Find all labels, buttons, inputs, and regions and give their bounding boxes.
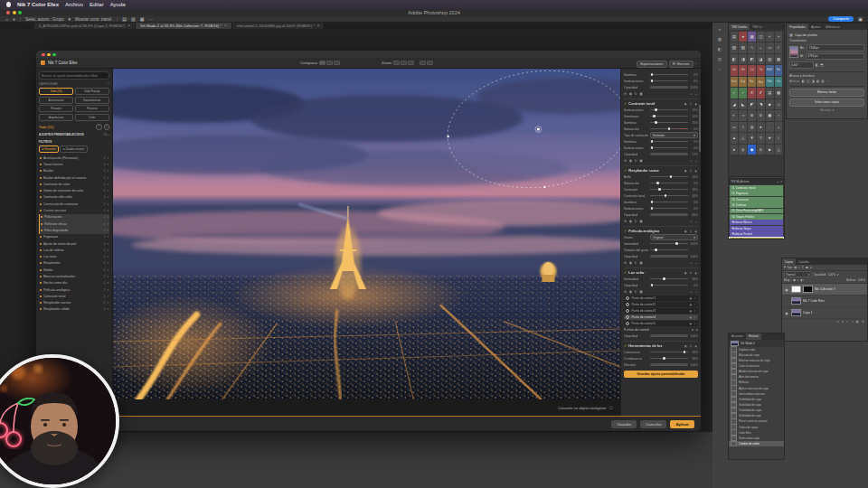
check-icon[interactable]: ✓ [693, 322, 696, 325]
swatches-panel-icon[interactable]: ◧ [718, 47, 722, 52]
slider-track[interactable] [650, 74, 688, 76]
layer-row[interactable]: ◉Capa 1 [782, 307, 867, 319]
tk8-tool-button[interactable]: ◥ [757, 99, 765, 110]
tk8-tool-button[interactable]: + [775, 122, 783, 133]
tk8-tool-button[interactable]: Web [766, 77, 774, 88]
opacity-track[interactable] [650, 213, 688, 216]
chevron-down-icon[interactable]: ▾ [107, 288, 108, 292]
zoom-buttons[interactable] [393, 61, 414, 66]
layer-mask-thumbnail[interactable] [803, 286, 813, 293]
check-icon[interactable]: ✓ [693, 296, 696, 300]
slider-knob[interactable] [651, 140, 654, 143]
slider-knob[interactable] [658, 188, 661, 191]
home-icon[interactable]: ⌂ [5, 16, 8, 22]
section-icons[interactable]: ▣ ↻ ◉ [684, 344, 698, 348]
autoselect-dropdown[interactable]: Selec. autom.: Grupo [25, 17, 64, 22]
align-middle-icon[interactable]: ▥ [821, 80, 824, 83]
compare-split-button[interactable] [319, 61, 326, 66]
tk8-tool-button[interactable]: ✗ [757, 88, 765, 99]
actions-tab[interactable]: TK8 My Actions [731, 180, 750, 183]
chevron-down-icon[interactable]: ▾ [107, 275, 108, 278]
tk8-tool-button[interactable]: ▤ [766, 88, 774, 99]
zoom-fit-button[interactable] [393, 61, 400, 66]
chevron-down-icon[interactable]: ▾ [107, 268, 108, 272]
tk8-tool-button[interactable]: ◐ [731, 110, 739, 121]
section-header[interactable]: ✓Resplandor suave▣ ↻ ◉ [624, 167, 698, 174]
layer-thumbnail[interactable] [791, 286, 801, 293]
chevron-down-icon[interactable]: ▾ [107, 169, 108, 173]
preset-search-input[interactable]: Buscar un ajuste preestablecido o filtro [39, 71, 109, 80]
tk8-tool-button[interactable]: ▼ [748, 133, 756, 144]
add-control-point-icon[interactable]: ⊕ [624, 91, 627, 96]
slider-track[interactable] [650, 109, 688, 111]
section-header[interactable]: ✓Herramientas de luz▣ ↻ ◉ [624, 343, 698, 349]
compare-buttons[interactable] [319, 61, 340, 66]
tk8-tool-button[interactable]: ◢ [731, 99, 739, 110]
link-layers-icon[interactable]: ∞ [836, 320, 839, 324]
actions-close-icon[interactable]: × [780, 180, 782, 183]
eye-icon[interactable]: ◉ [629, 91, 632, 96]
reset-icon[interactable]: ↻ [635, 289, 637, 294]
tk8-tool-button[interactable]: ◆ [748, 145, 756, 155]
filter-list-item[interactable]: Contraste tonal2▾ [39, 293, 109, 299]
all-presets-label[interactable]: Todo (55) [39, 125, 53, 129]
tk8-tool-button[interactable]: ○ [775, 133, 783, 144]
actions-menu-icon[interactable]: ≡ [777, 180, 778, 183]
chevron-down-icon[interactable]: ▾ [107, 183, 108, 186]
blend-mode-select[interactable]: Normal ▾ [784, 271, 812, 277]
tk8-tool-button[interactable]: △ [775, 145, 783, 155]
slider-knob[interactable] [655, 121, 657, 124]
action-item[interactable]: #3. Oscurecer [730, 197, 783, 202]
tk8-tool-button[interactable]: ▩ [748, 32, 756, 42]
chevron-down-icon[interactable]: ▾ [107, 229, 108, 232]
filter-list-item[interactable]: Polarización2▾ [39, 214, 109, 221]
height-field[interactable]: 4765 px [806, 53, 864, 61]
info-panel-icon[interactable]: ○ [719, 67, 722, 71]
control-point-item[interactable]: Punto de control 3◉✓ [624, 308, 698, 314]
category-chip[interactable]: Acentuación [39, 97, 73, 104]
fill-value[interactable]: 100% [858, 278, 865, 282]
maximize-dialog-icon[interactable] [52, 53, 56, 57]
filter-list-item[interactable]: Luz de relleno2▾ [39, 247, 109, 253]
align-top-icon[interactable]: ▤ [816, 80, 819, 83]
eye-icon[interactable]: ◉ [690, 303, 693, 306]
tk8-tool-button[interactable]: ◤ [748, 99, 756, 110]
slider-knob[interactable] [651, 284, 654, 286]
dropdown-select[interactable]: Estándar▾ [650, 132, 698, 139]
slider-track[interactable] [650, 352, 688, 353]
reset-icon[interactable]: ↻ [104, 124, 110, 130]
tk8-tool-button[interactable]: » [775, 32, 783, 42]
presets-section-row[interactable]: AJUSTES PREESTABLECIDOS 55 + [39, 133, 109, 136]
document-tab[interactable]: 6_A7R0039-50Pan-psb al 33,3% (Capa 1, RG… [34, 23, 136, 29]
color-panel-icon[interactable]: ▦ [718, 37, 722, 42]
eye-icon[interactable]: ◉ [629, 260, 632, 265]
slider-knob[interactable] [684, 351, 686, 353]
mask-icon[interactable]: ▣ [639, 91, 643, 96]
filter-list-item[interactable]: Acentuación (Personas)2▾ [39, 155, 109, 161]
tk8-tool-button[interactable]: ▧ [731, 42, 739, 53]
chevron-down-icon[interactable]: ▾ [107, 195, 108, 199]
tk8-tool-button[interactable]: ◪ [757, 54, 765, 65]
tab-actions[interactable]: Acciones [729, 333, 746, 340]
reset-icon[interactable]: ↻ [635, 158, 637, 163]
slider-track[interactable] [650, 116, 688, 117]
view-more-link[interactable]: Ver más ▾ [789, 108, 864, 112]
slider-track[interactable] [650, 80, 688, 82]
category-chip[interactable]: Arquitectura [39, 114, 73, 121]
exports-button[interactable]: Exportaciones [637, 61, 666, 69]
minimize-window-icon[interactable] [13, 11, 16, 14]
add-point-icon[interactable]: ⊕ [692, 328, 694, 332]
chevron-down-icon[interactable]: ▾ [107, 222, 108, 226]
chevron-down-icon[interactable]: ▾ [107, 261, 108, 265]
section-icons[interactable]: ▣ ↻ ◉ [684, 102, 698, 106]
slider-knob[interactable] [663, 357, 665, 360]
select-subject-button[interactable]: Seleccionar sujeto [789, 99, 864, 107]
tk8-tool-button[interactable]: ◇ [775, 99, 783, 110]
share-button[interactable]: Compartir [828, 16, 854, 22]
slider-knob[interactable] [653, 115, 656, 117]
tab-layers[interactable]: Capas [782, 258, 796, 265]
eye-icon[interactable]: ◉ [629, 219, 632, 223]
opacity-track[interactable] [650, 255, 688, 258]
width-field[interactable]: 7148 px [807, 44, 864, 52]
filter-shape-icon[interactable]: ▣ [806, 266, 808, 269]
